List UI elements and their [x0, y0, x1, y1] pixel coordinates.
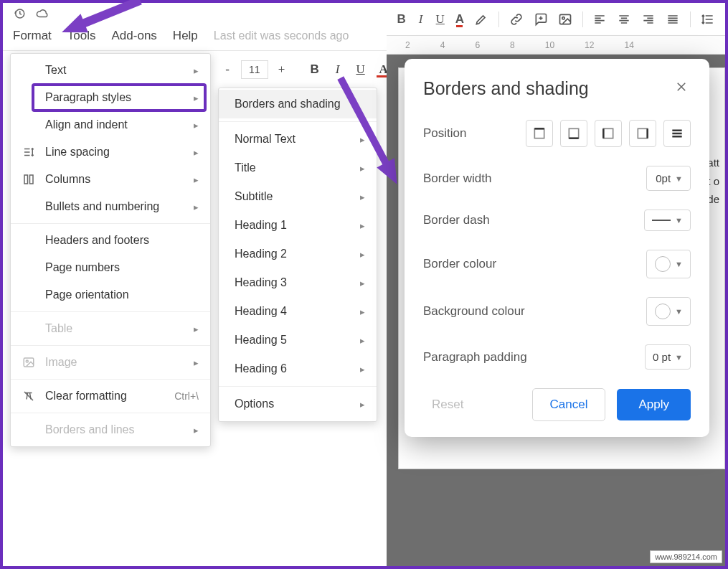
- border-top-button[interactable]: [526, 120, 553, 147]
- align-right-button[interactable]: [641, 11, 656, 28]
- border-left-button[interactable]: [595, 120, 622, 147]
- menu-help[interactable]: Help: [173, 29, 198, 43]
- svg-rect-2: [30, 175, 34, 184]
- submenu-item-options[interactable]: Options▸: [219, 390, 377, 418]
- highlight-color-button[interactable]: [474, 11, 488, 28]
- cloud-icon[interactable]: [36, 7, 49, 23]
- position-buttons: [526, 120, 691, 147]
- close-button[interactable]: [672, 77, 691, 100]
- line-spacing-button[interactable]: [701, 11, 715, 28]
- image-icon: [21, 356, 37, 369]
- dash-sample-icon: [652, 220, 671, 221]
- shortcut-label: Ctrl+\: [174, 390, 199, 402]
- submenu-item-heading-5[interactable]: Heading 5▸: [219, 326, 377, 354]
- menu-item-align-indent[interactable]: Align and indent▸: [11, 111, 210, 138]
- insert-image-button[interactable]: [558, 11, 572, 28]
- chevron-down-icon: ▼: [675, 353, 683, 362]
- fontsize-value[interactable]: 11: [241, 60, 268, 79]
- fontsize-decrease[interactable]: -: [218, 60, 237, 79]
- border-width-select[interactable]: 0pt▼: [646, 166, 691, 191]
- align-center-button[interactable]: [617, 11, 631, 28]
- svg-rect-12: [638, 128, 647, 138]
- columns-icon: [21, 173, 37, 186]
- chevron-down-icon: ▼: [675, 260, 683, 268]
- watermark: www.989214.com: [650, 550, 722, 563]
- ruler-tick: 4: [440, 40, 445, 50]
- menu-item-columns[interactable]: Columns▸: [11, 166, 210, 193]
- cancel-button[interactable]: Cancel: [532, 388, 606, 421]
- chevron-down-icon: ▼: [675, 216, 683, 225]
- insert-link-button[interactable]: [509, 11, 524, 28]
- colour-swatch-icon: [655, 256, 671, 272]
- border-colour-select[interactable]: ▼: [646, 250, 691, 278]
- submenu-item-subtitle[interactable]: Subtitle▸: [219, 182, 377, 211]
- bold-button[interactable]: B: [397, 11, 406, 28]
- border-bottom-button[interactable]: [560, 120, 587, 147]
- background-colour-select[interactable]: ▼: [646, 297, 691, 326]
- submenu-item-heading-4[interactable]: Heading 4▸: [219, 297, 377, 326]
- colour-swatch-icon: [655, 304, 671, 319]
- right-toolbar: B I U A: [387, 3, 725, 36]
- ruler-tick: 2: [405, 40, 410, 50]
- svg-rect-9: [534, 128, 544, 138]
- chevron-down-icon: ▼: [675, 174, 683, 183]
- menu-separator: [219, 386, 377, 387]
- menu-item-page-orientation[interactable]: Page orientation: [11, 281, 210, 309]
- position-label: Position: [423, 126, 526, 141]
- menu-separator: [11, 345, 210, 346]
- ruler-tick: 10: [545, 40, 554, 50]
- menu-separator: [11, 379, 210, 380]
- paragraph-padding-select[interactable]: 0 pt▼: [645, 344, 691, 370]
- text-color-button[interactable]: A: [455, 11, 464, 28]
- svg-rect-1: [24, 175, 28, 184]
- edit-status[interactable]: Last edit was seconds ago: [214, 29, 349, 42]
- submenu-item-heading-3[interactable]: Heading 3▸: [219, 268, 377, 297]
- history-icon[interactable]: [13, 7, 26, 23]
- submenu-item-heading-2[interactable]: Heading 2▸: [219, 240, 377, 268]
- apply-button[interactable]: Apply: [617, 389, 691, 420]
- border-colour-label: Border colour: [423, 257, 646, 271]
- menu-item-bullets-numbering[interactable]: Bullets and numbering▸: [11, 193, 210, 220]
- svg-rect-10: [569, 128, 578, 138]
- ruler-tick: 14: [624, 40, 633, 50]
- dialog-title: Borders and shading: [423, 78, 672, 99]
- menu-separator: [11, 413, 210, 413]
- chevron-down-icon: ▼: [675, 307, 683, 316]
- align-left-button[interactable]: [592, 11, 607, 28]
- border-dash-label: Border dash: [423, 213, 644, 227]
- paragraph-padding-label: Paragraph padding: [423, 350, 645, 365]
- border-between-button[interactable]: [663, 120, 691, 147]
- menu-format[interactable]: Format: [13, 29, 52, 43]
- menu-item-line-spacing[interactable]: Line spacing▸: [11, 138, 210, 166]
- svg-rect-11: [603, 128, 613, 138]
- italic-button[interactable]: I: [416, 11, 425, 28]
- borders-shading-dialog: Borders and shading Position Border widt…: [405, 59, 709, 437]
- add-comment-button[interactable]: [534, 11, 548, 28]
- border-right-button[interactable]: [629, 120, 656, 147]
- submenu-item-heading-1[interactable]: Heading 1▸: [219, 211, 377, 240]
- menu-item-paragraph-styles[interactable]: Paragraph styles▸: [11, 84, 210, 111]
- menu-item-clear-formatting[interactable]: Clear formattingCtrl+\: [11, 382, 210, 410]
- svg-point-4: [26, 360, 28, 362]
- submenu-item-title[interactable]: Title▸: [219, 154, 377, 182]
- format-dropdown: Text▸ Paragraph styles▸ Align and indent…: [10, 53, 211, 447]
- underline-button[interactable]: U: [435, 11, 445, 28]
- menu-item-headers-footers[interactable]: Headers and footers: [11, 227, 210, 254]
- line-spacing-icon: [21, 146, 37, 159]
- align-justify-button[interactable]: [666, 11, 680, 28]
- menu-separator: [11, 223, 210, 224]
- menu-item-text[interactable]: Text▸: [11, 57, 210, 84]
- ruler-tick: 12: [585, 40, 594, 50]
- fontsize-increase[interactable]: +: [273, 60, 291, 79]
- submenu-item-heading-6[interactable]: Heading 6▸: [219, 354, 377, 383]
- menu-item-page-numbers[interactable]: Page numbers: [11, 254, 210, 281]
- left-pane: Format Tools Add-ons Help Last edit was …: [3, 3, 387, 566]
- svg-point-8: [562, 17, 564, 19]
- menu-item-borders-lines: Borders and lines▸: [11, 416, 210, 443]
- toolbar-separator: [498, 11, 499, 27]
- bold-button[interactable]: B: [306, 60, 324, 79]
- ruler-tick: 8: [510, 40, 515, 50]
- toolbar-separator: [582, 11, 583, 27]
- border-dash-select[interactable]: ▼: [644, 210, 691, 231]
- menu-separator: [11, 311, 210, 312]
